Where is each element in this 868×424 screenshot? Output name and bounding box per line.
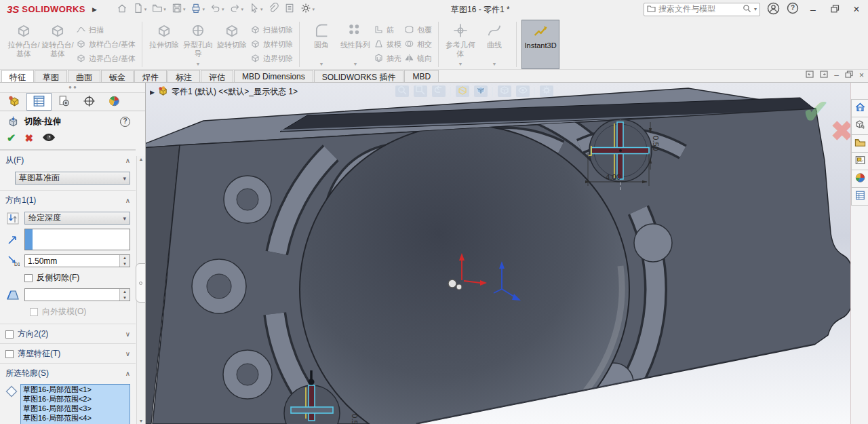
display-style-button[interactable] [498,85,511,97]
expand-chevron-icon[interactable]: ∨ [125,330,130,338]
boundary-button[interactable]: 边界凸台/基体 [76,53,136,64]
intersect-button[interactable]: 相交 [404,39,432,50]
linear-pattern-button[interactable]: 线性阵列▼ [338,20,372,69]
reverse-direction-icon[interactable] [5,212,20,225]
sweep-cut-button[interactable]: 扫描切除 [250,24,293,36]
depth-value[interactable]: 1.50mm [25,255,119,267]
breadcrumb-text[interactable]: 零件1 (默认) <<默认>_显示状态 1> [172,86,298,98]
section-view-button[interactable] [456,85,469,97]
design-library-tab[interactable] [851,117,868,135]
hide-show-items-button[interactable] [516,85,530,97]
collapse-chevron-icon[interactable]: ∧ [125,197,130,204]
search-placeholder[interactable]: 搜索文件与模型 [658,3,740,15]
selected-contours-list[interactable]: 草图16-局部范围<1>草图16-局部范围<2>草图16-局部范围<3>草图16… [20,384,130,424]
tab-solidworks-插件[interactable]: SOLIDWORKS 插件 [314,70,404,82]
design-binder-button[interactable] [282,1,297,17]
boundary-cut-button[interactable]: 边界切除 [250,53,293,64]
section-selected-contours-header[interactable]: 所选轮廓(S) ∧ [0,364,136,383]
wrap-button[interactable]: 包覆 [404,24,432,36]
file-explorer-tab[interactable] [851,134,868,153]
mirror-button[interactable]: 镜向 [404,53,432,64]
collapse-chevron-icon[interactable]: ∧ [125,157,130,164]
draft-button[interactable]: 拔模 [374,39,401,50]
rib-button[interactable]: 筋 [374,24,401,36]
search-icon[interactable] [743,4,751,15]
hole-wizard-button[interactable]: 异型孔向导▼ [181,20,215,69]
spin-down-icon[interactable]: ▼ [120,261,130,267]
tab-钣金[interactable]: 钣金 [101,70,134,82]
section-thin-feature-header[interactable]: 薄壁特征(T) ∨ [0,344,136,363]
dropdown-arrow-icon[interactable]: ▾ [144,7,147,12]
appearances-scenes-tab[interactable] [851,170,868,188]
thin-feature-checkbox[interactable] [5,350,14,358]
spin-up-icon[interactable]: ▲ [120,255,130,261]
search-dropdown-icon[interactable]: ▾ [754,6,757,12]
contour-list-item[interactable]: 草图16-局部范围<3> [21,404,130,413]
save-button[interactable]: ▾ [170,1,188,17]
loft-button[interactable]: 放样凸台/基体 [76,39,136,50]
instant3d-button[interactable]: Instant3D [521,20,559,69]
displaymanager-tab[interactable] [102,93,127,111]
end-condition-combo[interactable]: 给定深度 ▾ [24,212,130,225]
view-palette-tab[interactable] [851,152,868,170]
dropdown-arrow-icon[interactable]: ▼ [319,62,324,67]
custom-properties-tab[interactable] [851,187,868,206]
tab-曲面[interactable]: 曲面 [68,70,100,82]
graphics-viewport[interactable]: 4.00 0.50 0.50 [146,83,850,424]
confirmation-cancel-icon[interactable]: ✖ [831,115,850,147]
breadcrumb[interactable]: ▶ 零件1 (默认) <<默认>_显示状态 1> [150,86,298,98]
document-window-previous-button[interactable] [806,71,814,80]
model-3d-view[interactable]: 4.00 0.50 0.50 [146,83,850,424]
user-account-icon[interactable] [767,2,780,17]
document-restore-button[interactable] [845,71,853,80]
scroll-up-icon[interactable]: ▲ [139,157,144,161]
from-combo[interactable]: 草图基准面 ▾ [15,172,130,185]
options-button[interactable]: ▾ [298,1,317,17]
search-box[interactable]: 搜索文件与模型 ▾ [644,3,760,16]
new-document-button[interactable]: ▾ [131,1,149,17]
curves-button[interactable]: 曲线▼ [477,20,511,69]
pm-help-icon[interactable]: ? [120,117,130,127]
home-button[interactable] [115,1,130,17]
print-button[interactable]: ▾ [189,1,207,17]
tab-mbd-dimensions[interactable]: MBD Dimensions [234,70,313,82]
ok-button[interactable]: ✔ [7,132,16,144]
revolve-cut-button[interactable]: 旋转切除 [215,20,249,69]
preview-eye-icon[interactable] [42,133,56,144]
spin-down-icon[interactable]: ▼ [120,295,130,301]
revolve-boss-button[interactable]: 旋转凸台/基体 [41,20,75,69]
panel-flyout-handle[interactable] [136,263,146,303]
propertymanager-tab[interactable] [26,93,52,111]
document-window-next-button[interactable] [820,71,828,80]
help-icon[interactable]: ? [787,2,799,16]
spin-up-icon[interactable]: ▲ [120,289,130,295]
flip-side-row[interactable]: 反侧切除(F) [0,269,136,286]
panel-splitter-handle[interactable]: ● ● [0,83,145,93]
undo-button[interactable]: ▾ [208,1,226,17]
redo-button[interactable]: ▾ [227,1,245,17]
cancel-button[interactable]: ✖ [24,132,33,144]
dropdown-arrow-icon[interactable]: ▾ [312,7,315,12]
contour-list-item[interactable]: 草图16-局部范围<2> [21,394,130,404]
depth-spinner[interactable]: 1.50mm ▲▼ [24,254,130,267]
scroll-down-icon[interactable]: ▼ [139,419,144,423]
expand-chevron-icon[interactable]: ∨ [125,350,130,358]
tab-评估[interactable]: 评估 [201,70,233,82]
tab-标注[interactable]: 标注 [167,70,200,82]
zoom-to-area-button[interactable] [414,85,427,97]
dropdown-arrow-icon[interactable]: ▼ [353,62,358,67]
section-from-header[interactable]: 从(F) ∧ [0,151,136,170]
tab-草图[interactable]: 草图 [35,70,67,82]
menu-flyout-arrow-icon[interactable]: ▶ [92,6,97,13]
solidworks-resources-tab[interactable] [851,99,868,117]
tab-特征[interactable]: 特征 [1,70,34,82]
view-orientation-button[interactable] [474,85,488,97]
dropdown-arrow-icon[interactable]: ▾ [241,7,243,12]
draft-angle-value[interactable] [25,289,119,301]
section-direction2-header[interactable]: 方向2(2) ∨ [0,324,136,343]
document-minimize-button[interactable]: – [834,71,839,80]
dropdown-arrow-icon[interactable]: ▼ [196,62,201,67]
confirmation-ok-icon[interactable]: ✔ [802,92,829,130]
dropdown-arrow-icon[interactable]: ▼ [492,62,497,67]
extrude-cut-button[interactable]: 拉伸切除 [147,20,181,69]
